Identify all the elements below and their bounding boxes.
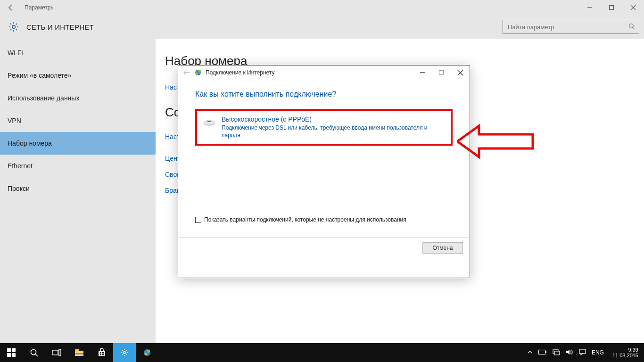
close-button[interactable] xyxy=(622,0,644,15)
option-pppoe[interactable]: Высокоскоростное (с PPPoE) Подключение ч… xyxy=(195,109,453,146)
svg-rect-19 xyxy=(52,350,58,355)
back-button[interactable] xyxy=(0,0,22,15)
checkbox-label: Показать варианты подключений, которые н… xyxy=(204,216,406,223)
dialog-back-button[interactable] xyxy=(181,67,192,78)
dialog-close-button[interactable] xyxy=(451,66,470,80)
sidebar-item-proxy[interactable]: Прокси xyxy=(0,177,156,200)
svg-rect-22 xyxy=(75,349,79,351)
svg-rect-1 xyxy=(610,6,614,10)
page-title: СЕТЬ И ИНТЕРНЕТ xyxy=(26,23,94,31)
svg-point-31 xyxy=(147,350,150,353)
sidebar-item-label: Ethernet xyxy=(8,162,33,170)
option-description: Подключение через DSL или кабель, требую… xyxy=(222,124,429,139)
sidebar-item-wifi[interactable]: Wi-Fi xyxy=(0,41,156,64)
annotation-arrow xyxy=(457,124,537,159)
svg-point-7 xyxy=(196,73,198,75)
start-button[interactable] xyxy=(0,343,23,362)
gear-icon xyxy=(8,21,20,33)
svg-line-18 xyxy=(35,354,38,356)
globe-icon xyxy=(194,69,202,76)
dialog-minimize-button[interactable] xyxy=(413,66,432,80)
system-tray: ENG 9:39 11.08.2015 xyxy=(527,343,644,362)
sidebar-item-airplane[interactable]: Режим «в самолете» xyxy=(0,64,156,87)
settings-header: СЕТЬ И ИНТЕРНЕТ xyxy=(0,15,644,39)
search-box[interactable] xyxy=(503,20,639,34)
clock-date: 11.08.2015 xyxy=(612,353,638,358)
dialog-maximize-button[interactable] xyxy=(432,66,451,80)
sidebar-item-label: Wi-Fi xyxy=(8,49,23,57)
sidebar: Wi-Fi Режим «в самолете» Использование д… xyxy=(0,39,156,343)
svg-rect-24 xyxy=(99,351,105,356)
sidebar-item-label: Использование данных xyxy=(8,94,79,102)
svg-rect-9 xyxy=(439,71,444,75)
sidebar-item-label: Прокси xyxy=(8,185,30,192)
svg-rect-28 xyxy=(102,354,104,355)
svg-rect-23 xyxy=(75,353,83,354)
taskbar-connect-wizard[interactable] xyxy=(136,343,158,362)
dialog-title: Подключение к Интернету xyxy=(206,69,275,76)
svg-rect-36 xyxy=(554,351,560,355)
svg-point-2 xyxy=(12,25,15,28)
maximize-button[interactable] xyxy=(601,0,622,15)
taskbar-clock[interactable]: 9:39 11.08.2015 xyxy=(610,347,641,358)
svg-rect-37 xyxy=(579,349,586,354)
svg-rect-33 xyxy=(538,350,545,354)
sidebar-item-ethernet[interactable]: Ethernet xyxy=(0,155,156,177)
svg-point-3 xyxy=(629,24,634,28)
svg-rect-26 xyxy=(102,352,104,354)
svg-point-32 xyxy=(144,353,147,355)
option-title: Высокоскоростное (с PPPoE) xyxy=(222,115,429,123)
svg-point-6 xyxy=(198,70,201,73)
cancel-button[interactable]: Отмена xyxy=(422,242,463,254)
taskbar-taskview[interactable] xyxy=(45,343,68,362)
action-center-icon[interactable] xyxy=(579,349,586,356)
sidebar-item-datausage[interactable]: Использование данных xyxy=(0,87,156,109)
window-title: Параметры xyxy=(25,4,55,11)
sidebar-item-label: VPN xyxy=(8,117,21,124)
svg-rect-13 xyxy=(7,348,11,352)
battery-icon[interactable] xyxy=(538,349,547,356)
svg-rect-20 xyxy=(59,349,61,356)
svg-point-11 xyxy=(204,120,215,125)
dialog-heading: Как вы хотите выполнить подключение? xyxy=(195,90,453,99)
show-unconfigured-checkbox[interactable]: Показать варианты подключений, которые н… xyxy=(195,216,453,223)
minimize-button[interactable] xyxy=(579,0,601,15)
taskbar-store[interactable] xyxy=(91,343,113,362)
sidebar-item-label: Режим «в самолете» xyxy=(8,72,71,79)
svg-point-17 xyxy=(31,350,36,355)
dialog-titlebar: Подключение к Интернету xyxy=(178,66,470,80)
svg-rect-25 xyxy=(100,352,101,354)
taskbar-explorer[interactable] xyxy=(68,343,91,362)
svg-rect-12 xyxy=(207,121,211,122)
svg-rect-14 xyxy=(12,348,16,352)
search-icon xyxy=(628,23,635,31)
sidebar-item-dialup[interactable]: Набор номера xyxy=(0,132,156,155)
clock-time: 9:39 xyxy=(612,347,638,353)
taskbar: ENG 9:39 11.08.2015 xyxy=(0,343,644,362)
svg-line-4 xyxy=(633,27,635,29)
checkbox-box-icon xyxy=(195,217,201,223)
taskbar-settings[interactable] xyxy=(113,343,136,362)
settings-titlebar: Параметры xyxy=(0,0,644,15)
tray-chevron-up-icon[interactable] xyxy=(527,349,533,356)
network-icon[interactable] xyxy=(553,349,560,356)
sidebar-item-vpn[interactable]: VPN xyxy=(0,109,156,132)
svg-point-29 xyxy=(124,352,126,354)
svg-rect-15 xyxy=(7,353,11,357)
volume-icon[interactable] xyxy=(566,349,573,356)
svg-rect-34 xyxy=(545,351,546,353)
search-input[interactable] xyxy=(507,23,628,31)
sidebar-item-label: Набор номера xyxy=(8,140,52,147)
connect-internet-dialog: Подключение к Интернету Как вы хотите вы… xyxy=(178,65,470,278)
taskbar-search[interactable] xyxy=(23,343,45,362)
svg-rect-16 xyxy=(12,353,16,357)
modem-icon xyxy=(202,117,217,127)
language-indicator[interactable]: ENG xyxy=(592,349,604,356)
svg-rect-27 xyxy=(100,354,101,355)
